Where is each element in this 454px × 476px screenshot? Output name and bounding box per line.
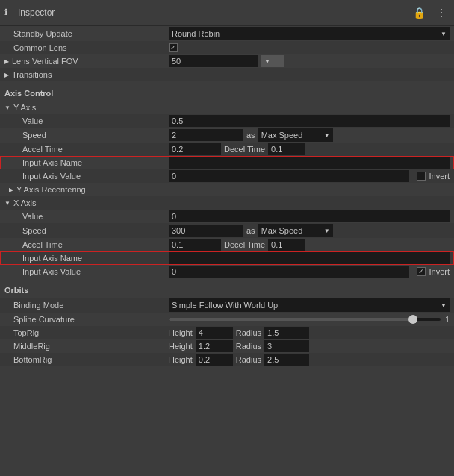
lens-fov-dropdown[interactable]: ▼ xyxy=(261,55,284,67)
standby-update-value-area: Round Robin ▼ xyxy=(169,27,450,40)
y-value-row: Value xyxy=(0,114,454,128)
lock-button[interactable]: 🔒 xyxy=(410,5,429,20)
x-invert-label: Invert xyxy=(429,267,450,276)
bottomrig-height-input[interactable] xyxy=(196,354,233,366)
middlerig-height-input[interactable] xyxy=(196,340,233,352)
lens-fov-value-area: ▼ xyxy=(169,55,450,67)
common-lens-row: Common Lens ✓ xyxy=(0,41,454,54)
toprig-radius-label: Radius xyxy=(236,328,261,337)
x-speed-type-dropdown[interactable]: Max Speed ▼ xyxy=(258,224,333,237)
inspector-title: Inspector xyxy=(18,7,410,18)
y-invert-checkbox[interactable] xyxy=(417,172,426,181)
x-speed-dropdown-arrow: ▼ xyxy=(324,228,330,234)
x-invert-checkbox[interactable]: ✓ xyxy=(417,267,426,276)
axis-control-header: Axis Control xyxy=(0,86,454,101)
y-accel-label: Accel Time xyxy=(4,145,169,154)
middlerig-height-label: Height xyxy=(169,342,193,351)
y-speed-type-dropdown[interactable]: Max Speed ▼ xyxy=(258,128,333,142)
bottomrig-height-label: Height xyxy=(169,355,193,364)
middlerig-radius-label: Radius xyxy=(236,342,261,351)
spline-slider-thumb[interactable] xyxy=(408,315,417,324)
x-value-row: Value xyxy=(0,210,454,223)
x-speed-input[interactable] xyxy=(169,225,243,237)
y-speed-value-area: as Max Speed ▼ xyxy=(169,128,450,142)
x-speed-value-area: as Max Speed ▼ xyxy=(169,224,450,237)
y-speed-input[interactable] xyxy=(169,129,243,141)
y-axis-header: ▼ Y Axis xyxy=(0,101,454,114)
y-input-axis-value-input[interactable] xyxy=(169,170,409,182)
x-accel-value-area: Decel Time xyxy=(169,239,450,251)
standby-dropdown-arrow: ▼ xyxy=(441,31,447,37)
common-lens-label: Common Lens xyxy=(4,43,169,52)
content-area: Standby Update Round Robin ▼ Common Lens… xyxy=(0,26,454,476)
bottomrig-label: BottomRig xyxy=(4,355,169,364)
y-decel-input[interactable] xyxy=(268,143,305,155)
x-value-area xyxy=(169,210,450,222)
lens-fov-label: Lens Vertical FOV xyxy=(12,57,176,66)
y-axis-label: Y Axis xyxy=(13,103,36,112)
middlerig-row: MiddleRig Height Radius xyxy=(0,339,454,353)
y-recentering-label: Y Axis Recentering xyxy=(16,185,181,194)
header-actions: 🔒 ⋮ xyxy=(410,5,450,20)
x-accel-row: Accel Time Decel Time xyxy=(0,238,454,251)
spline-slider-track[interactable] xyxy=(169,318,441,321)
y-speed-as: as xyxy=(246,131,255,140)
bottomrig-radius-input[interactable] xyxy=(264,354,309,366)
bottomrig-radius-label: Radius xyxy=(236,355,261,364)
y-value-input[interactable] xyxy=(169,115,450,127)
x-accel-input[interactable] xyxy=(169,239,221,251)
toprig-value-area: Height Radius xyxy=(169,327,450,339)
x-axis-triangle[interactable]: ▼ xyxy=(4,200,10,207)
common-lens-checkbox[interactable]: ✓ xyxy=(169,43,178,52)
standby-update-dropdown[interactable]: Round Robin ▼ xyxy=(169,27,450,40)
toprig-height-input[interactable] xyxy=(196,327,233,339)
binding-mode-row: Binding Mode Simple Follow With World Up… xyxy=(0,298,454,313)
y-accel-value-area: Decel Time xyxy=(169,143,450,155)
x-value-label: Value xyxy=(4,212,169,221)
x-axis-label: X Axis xyxy=(13,198,37,207)
binding-mode-dropdown[interactable]: Simple Follow With World Up ▼ xyxy=(169,298,450,312)
transitions-row: ▶ Transitions xyxy=(0,68,454,81)
x-input-axis-value-area: ✓ Invert xyxy=(169,266,450,278)
x-input-axis-name-row: Input Axis Name xyxy=(0,251,454,265)
binding-mode-label: Binding Mode xyxy=(4,301,169,310)
spline-slider-fill xyxy=(169,318,413,321)
x-input-axis-value-input[interactable] xyxy=(169,266,409,278)
lens-fov-triangle: ▶ xyxy=(4,58,9,65)
toprig-radius-input[interactable] xyxy=(264,327,309,339)
x-axis-header: ▼ X Axis xyxy=(0,196,454,210)
y-speed-row: Speed as Max Speed ▼ xyxy=(0,128,454,143)
lens-fov-input[interactable] xyxy=(169,55,258,67)
lens-fov-arrow: ▼ xyxy=(264,58,270,65)
x-speed-label: Speed xyxy=(4,226,169,235)
x-speed-row: Speed as Max Speed ▼ xyxy=(0,223,454,238)
y-axis-triangle[interactable]: ▼ xyxy=(4,104,10,111)
inspector-header: ℹ Inspector 🔒 ⋮ xyxy=(0,0,454,26)
y-accel-input[interactable] xyxy=(169,143,221,155)
menu-button[interactable]: ⋮ xyxy=(433,5,450,20)
y-input-axis-name-input[interactable] xyxy=(169,157,450,169)
lens-fov-row: ▶ Lens Vertical FOV ▼ xyxy=(0,54,454,68)
x-speed-as: as xyxy=(246,226,255,235)
y-input-axis-value-label: Input Axis Value xyxy=(4,172,169,181)
spline-curvature-label: Spline Curvature xyxy=(4,315,169,324)
x-accel-label: Accel Time xyxy=(4,240,169,249)
standby-update-row: Standby Update Round Robin ▼ xyxy=(0,26,454,41)
y-speed-dropdown-arrow: ▼ xyxy=(324,132,330,139)
y-value-label: Value xyxy=(4,116,169,125)
toprig-row: TopRig Height Radius xyxy=(0,326,454,339)
middlerig-radius-input[interactable] xyxy=(264,340,309,352)
x-value-input[interactable] xyxy=(169,210,450,222)
x-input-axis-name-input[interactable] xyxy=(169,252,450,264)
y-input-axis-name-row: Input Axis Name xyxy=(0,156,454,169)
y-value-area xyxy=(169,115,450,127)
y-invert-label: Invert xyxy=(429,172,450,181)
y-input-axis-value-row: Input Axis Value Invert xyxy=(0,169,454,183)
bottomrig-row: BottomRig Height Radius xyxy=(0,353,454,366)
x-input-axis-value-label: Input Axis Value xyxy=(4,267,169,276)
y-recentering-triangle[interactable]: ▶ xyxy=(9,187,13,193)
x-decel-input[interactable] xyxy=(268,239,305,251)
orbits-header: Orbits xyxy=(0,283,454,298)
middlerig-value-area: Height Radius xyxy=(169,340,450,352)
standby-update-label: Standby Update xyxy=(4,29,169,38)
